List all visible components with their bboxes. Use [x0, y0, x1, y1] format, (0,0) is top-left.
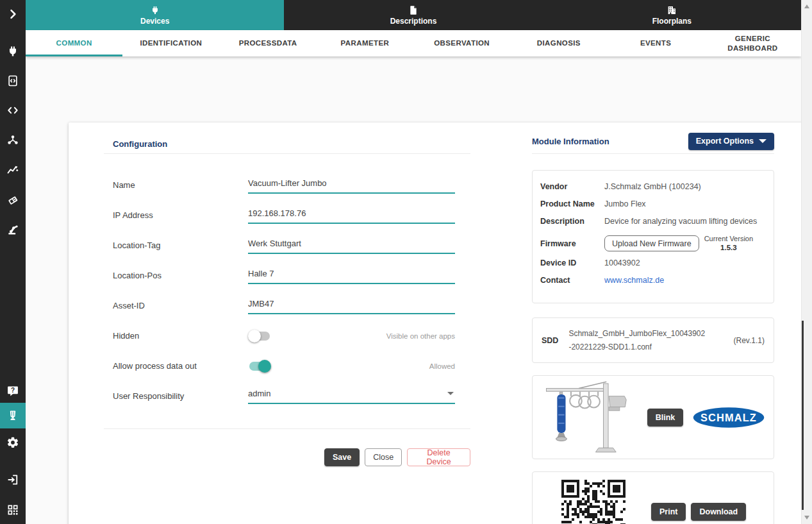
user-responsibility-select[interactable]: admin	[248, 389, 455, 404]
description-value: Device for analyzing vacuum lifting devi…	[604, 217, 757, 226]
sidebar-item-labels[interactable]	[6, 194, 19, 207]
info-row-contact: Contact www.schmalz.de	[540, 276, 766, 285]
module-information-header: Module Information Export Options	[532, 131, 774, 151]
schmalz-logo: SCHMALZ	[693, 407, 765, 428]
module-information-title: Module Information	[532, 137, 609, 146]
firmware-label: Firmware	[540, 239, 604, 248]
info-row-description: Description Device for analyzing vacuum …	[540, 217, 766, 226]
info-row-device-id: Device ID 10043902	[540, 258, 766, 267]
sidebar-expand-button[interactable]	[6, 8, 19, 21]
top-navigation: Devices Descriptions Floorplans	[26, 0, 801, 30]
form-row-name: Name	[104, 170, 464, 200]
schmalz-logo-text: SCHMALZ	[700, 411, 757, 423]
close-button[interactable]: Close	[365, 448, 402, 466]
form-row-hidden: Hidden Visible on other apps	[104, 321, 464, 351]
qr-actions: Print Download	[651, 503, 746, 521]
qr-code-icon	[6, 503, 19, 516]
product-name-label: Product Name	[540, 199, 604, 208]
configuration-panel: Configuration Name IP Address Location-T…	[104, 123, 470, 524]
info-row-firmware: Firmware Upload New Firmware Current Ver…	[540, 234, 766, 253]
tab-identification[interactable]: IDENTIFICATION	[122, 30, 219, 56]
blink-button[interactable]: Blink	[647, 409, 684, 427]
scroll-down-arrow[interactable]	[804, 516, 809, 520]
tab-common[interactable]: COMMON	[26, 30, 122, 56]
location-tag-input[interactable]	[248, 239, 455, 254]
tab-events[interactable]: EVENTS	[608, 30, 704, 56]
sidebar-item-robot[interactable]	[6, 223, 19, 236]
divider	[532, 153, 774, 154]
hidden-label: Hidden	[104, 331, 248, 341]
tab-processdata[interactable]: PROCESSDATA	[220, 30, 317, 56]
qr-code	[561, 480, 626, 524]
plug-icon	[150, 5, 160, 15]
upload-firmware-button[interactable]: Upload New Firmware	[604, 235, 699, 251]
export-options-label: Export Options	[696, 137, 754, 146]
contact-link[interactable]: www.schmalz.de	[604, 276, 664, 285]
sidebar-item-logout[interactable]	[6, 473, 19, 486]
firmware-version-label: Current Version	[704, 235, 753, 242]
tab-observation[interactable]: OBSERVATION	[413, 30, 510, 56]
name-input[interactable]	[248, 178, 455, 194]
sdd-label: SDD	[542, 336, 558, 345]
device-id-value: 10043902	[604, 258, 640, 267]
sidebar-item-devices[interactable]	[6, 45, 19, 58]
trend-chart-icon	[6, 164, 19, 176]
delete-device-button[interactable]: Delete Device	[407, 448, 470, 466]
nav-tab-descriptions[interactable]: Descriptions	[284, 0, 542, 30]
tab-generic-dashboard[interactable]: GENERIC DASHBOARD	[704, 30, 801, 56]
process-data-out-toggle[interactable]	[248, 360, 271, 373]
info-row-vendor: Vendor J.Schmalz GmbH (100234)	[540, 182, 766, 191]
tab-parameter[interactable]: PARAMETER	[317, 30, 413, 56]
document-icon	[408, 5, 418, 15]
divider	[104, 428, 470, 429]
form-row-ip: IP Address	[104, 200, 464, 230]
contact-label: Contact	[540, 276, 604, 285]
chevron-down-icon	[447, 392, 454, 395]
sidebar-item-qr-scan[interactable]	[6, 503, 19, 516]
scroll-up-arrow[interactable]	[804, 4, 809, 8]
asset-id-input[interactable]	[248, 299, 455, 314]
form-row-location-pos: Location-Pos	[104, 260, 464, 291]
device-id-label: Device ID	[540, 258, 604, 267]
sidebar-item-code[interactable]	[6, 104, 19, 117]
sidebar-item-vacuum-lifter[interactable]	[6, 409, 19, 422]
user-responsibility-value: admin	[248, 389, 447, 398]
form-row-user-responsibility: User Responsibility admin	[104, 381, 464, 411]
scrollbar-thumb[interactable]	[802, 321, 804, 510]
device-image-card: Blink SCHMALZ	[532, 375, 774, 459]
export-options-button[interactable]: Export Options	[688, 133, 774, 150]
svg-text:?: ?	[11, 387, 15, 394]
sidebar-item-help[interactable]: ?	[6, 385, 19, 398]
form-actions: Save Close Delete Device	[324, 448, 470, 466]
sidebar: ?	[0, 0, 26, 524]
sidebar-item-settings[interactable]	[6, 436, 19, 449]
process-data-out-hint: Allowed	[429, 362, 455, 370]
ip-label: IP Address	[104, 210, 248, 220]
save-button[interactable]: Save	[324, 448, 360, 466]
firmware-version-value: 1.5.3	[720, 244, 737, 251]
form-row-asset-id: Asset-ID	[104, 291, 464, 321]
code-brackets-icon	[6, 104, 19, 117]
info-row-product-name: Product Name Jumbo Flex	[540, 199, 766, 208]
qr-card: Print Download	[532, 471, 774, 524]
download-button[interactable]: Download	[691, 503, 746, 521]
ip-input[interactable]	[248, 208, 455, 224]
sidebar-item-network[interactable]	[6, 133, 19, 146]
location-tag-label: Location-Tag	[104, 241, 248, 250]
vertical-scrollbar[interactable]	[801, 0, 812, 524]
form-row-process-data-out: Allow process data out Allowed	[104, 351, 464, 381]
location-pos-input[interactable]	[248, 269, 455, 284]
sidebar-item-descriptions-code[interactable]	[6, 74, 19, 87]
sidebar-item-analytics[interactable]	[6, 164, 19, 176]
product-name-value: Jumbo Flex	[604, 199, 646, 208]
tab-diagnosis[interactable]: DIAGNOSIS	[510, 30, 607, 56]
hidden-hint: Visible on other apps	[386, 332, 455, 340]
robot-arm-icon	[6, 223, 19, 236]
vendor-label: Vendor	[540, 182, 604, 191]
hub-network-icon	[6, 133, 19, 146]
nav-tab-devices[interactable]: Devices	[26, 0, 284, 30]
nav-tab-floorplans[interactable]: Floorplans	[543, 0, 801, 30]
hidden-toggle[interactable]	[248, 330, 271, 342]
print-button[interactable]: Print	[651, 503, 686, 521]
process-data-out-label: Allow process data out	[104, 361, 248, 371]
